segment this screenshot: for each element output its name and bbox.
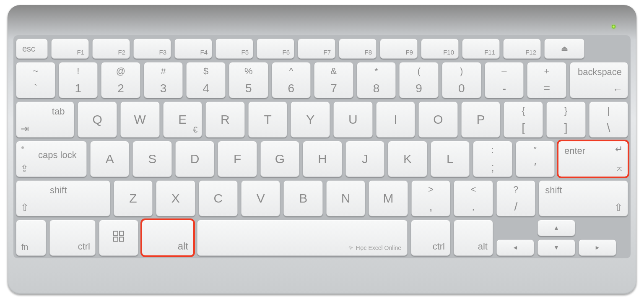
row-bottom: fn ctrl alt Học Excel Online ctrl alt ◄ [16, 220, 628, 256]
key-backtick[interactable]: ~` [16, 62, 55, 98]
key-o[interactable]: O [418, 101, 458, 138]
key-backspace[interactable]: backspace ← [570, 62, 628, 98]
key-slash[interactable]: ?/ [496, 180, 535, 216]
key-3[interactable]: #3 [144, 62, 183, 98]
key-9[interactable]: (9 [399, 62, 439, 98]
key-r[interactable]: R [205, 101, 245, 138]
key-alt-right[interactable]: alt [454, 220, 493, 256]
key-label-bot: 9 [415, 82, 422, 95]
key-arrow-down[interactable]: ▼ [538, 239, 575, 256]
key-m[interactable]: M [369, 180, 408, 216]
key-q[interactable]: Q [78, 101, 117, 138]
key-e[interactable]: E€ [163, 101, 203, 138]
key-equals[interactable]: += [527, 62, 566, 98]
key-label: O [433, 112, 443, 127]
key-label-bot: 1 [75, 82, 82, 95]
key-arrow-left[interactable]: ◄ [496, 239, 534, 256]
key-7[interactable]: &7 [314, 62, 353, 98]
key-f12[interactable]: F12 [503, 39, 541, 59]
key-label: Z [129, 191, 137, 205]
key-label-bot: ] [564, 121, 568, 135]
key-t[interactable]: T [248, 101, 288, 138]
caps-indicator-icon [21, 146, 24, 149]
key-arrow-right[interactable]: ► [579, 239, 616, 256]
key-f9[interactable]: F9 [380, 39, 418, 59]
key-f3[interactable]: F3 [133, 39, 171, 59]
key-ctrl-left[interactable]: ctrl [49, 220, 96, 256]
key-label: alt [478, 241, 488, 252]
key-shift-left[interactable]: shift ⇧ [16, 180, 110, 216]
key-u[interactable]: U [333, 101, 373, 138]
key-label-top: : [491, 145, 494, 156]
key-1[interactable]: !1 [59, 62, 98, 98]
key-ctrl-right[interactable]: ctrl [411, 220, 450, 256]
key-x[interactable]: X [156, 180, 195, 216]
key-v[interactable]: V [241, 180, 280, 216]
key-label-top: { [522, 105, 525, 116]
key-c[interactable]: C [199, 180, 238, 216]
key-caps-lock[interactable]: caps lock ⇪ [16, 141, 87, 177]
key-2[interactable]: @2 [101, 62, 140, 98]
key-f[interactable]: F [218, 141, 257, 177]
key-comma[interactable]: >, [411, 180, 450, 216]
key-d[interactable]: D [175, 141, 214, 177]
key-label-top: ~ [33, 66, 38, 77]
key-0[interactable]: )0 [442, 62, 481, 98]
key-enter[interactable]: enter ↵ ㅈ [558, 141, 628, 177]
key-8[interactable]: *8 [357, 62, 396, 98]
key-fn[interactable]: fn [16, 220, 46, 256]
key-5[interactable]: %5 [229, 62, 268, 98]
key-6[interactable]: ^6 [272, 62, 311, 98]
key-eject[interactable]: ⏏ [544, 39, 584, 59]
key-label: F4 [200, 49, 208, 56]
key-f6[interactable]: F6 [257, 39, 294, 59]
key-w[interactable]: W [120, 101, 160, 138]
key-label-bot: ` [34, 82, 37, 95]
key-l[interactable]: L [431, 141, 470, 177]
key-k[interactable]: K [388, 141, 427, 177]
key-p[interactable]: P [461, 101, 501, 138]
status-led-icon [612, 25, 615, 29]
key-spacebar[interactable]: Học Excel Online [197, 220, 408, 256]
key-label: F1 [77, 49, 84, 56]
key-bracket-open[interactable]: {[ [504, 101, 543, 138]
key-f1[interactable]: F1 [51, 39, 89, 59]
key-n[interactable]: N [326, 180, 365, 216]
key-arrow-up[interactable]: ▲ [538, 220, 575, 236]
key-semicolon[interactable]: :; [473, 141, 512, 177]
key-label-top: ″ [533, 145, 537, 156]
key-f2[interactable]: F2 [92, 39, 130, 59]
key-z[interactable]: Z [114, 180, 153, 216]
key-y[interactable]: Y [291, 101, 330, 138]
key-j[interactable]: J [345, 141, 384, 177]
key-f10[interactable]: F10 [421, 39, 459, 59]
key-bracket-close[interactable]: }] [546, 101, 586, 138]
key-backslash[interactable]: |\ [589, 101, 628, 138]
key-shift-right[interactable]: shift ⇧ [539, 180, 628, 216]
key-windows[interactable] [99, 220, 138, 256]
key-f5[interactable]: F5 [216, 39, 253, 59]
key-label-bot: 8 [373, 82, 380, 95]
key-s[interactable]: S [132, 141, 171, 177]
key-esc[interactable]: esc [16, 39, 48, 59]
return-icon: ↵ [615, 144, 623, 155]
key-a[interactable]: A [90, 141, 129, 177]
arrow-up-icon: ▲ [553, 224, 559, 231]
key-f8[interactable]: F8 [339, 39, 377, 59]
windows-icon [113, 230, 125, 245]
key-4[interactable]: $4 [186, 62, 226, 98]
key-label-bot: 3 [160, 82, 167, 95]
key-h[interactable]: H [303, 141, 342, 177]
key-f7[interactable]: F7 [298, 39, 335, 59]
key-minus[interactable]: –- [485, 62, 524, 98]
key-alt-left[interactable]: alt [142, 220, 194, 256]
key-quote[interactable]: ″′ [516, 141, 555, 177]
key-period[interactable]: <. [454, 180, 493, 216]
key-b[interactable]: B [283, 180, 322, 216]
row-number: ~` !1 @2 #3 $4 %5 ^6 &7 *8 (9 )0 –- += b… [16, 62, 628, 98]
key-i[interactable]: I [376, 101, 415, 138]
key-f4[interactable]: F4 [174, 39, 212, 59]
key-g[interactable]: G [260, 141, 299, 177]
key-tab[interactable]: tab ⇥ [16, 101, 74, 138]
key-f11[interactable]: F11 [462, 39, 500, 59]
